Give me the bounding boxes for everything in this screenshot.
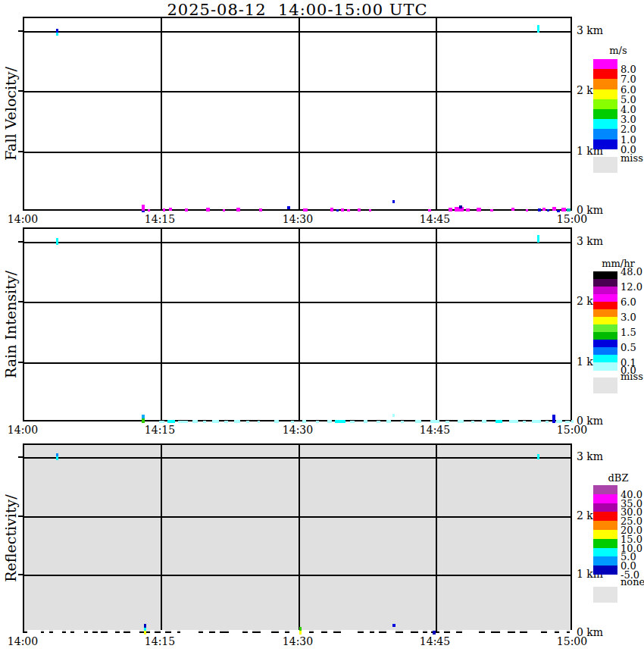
data-point bbox=[229, 630, 242, 634]
legend-color-block bbox=[593, 294, 617, 302]
legend-unit-fall-velocity: m/s bbox=[592, 45, 644, 56]
data-point bbox=[203, 421, 206, 423]
data-point bbox=[445, 421, 449, 423]
gridline-vertical bbox=[299, 229, 300, 420]
legend-scale-label: 1.5 bbox=[621, 327, 636, 338]
data-point bbox=[374, 630, 379, 634]
data-point bbox=[556, 420, 562, 423]
data-point bbox=[203, 630, 209, 634]
data-point bbox=[377, 421, 380, 423]
data-point bbox=[56, 456, 58, 460]
data-point bbox=[364, 420, 367, 423]
gridline-horizontal bbox=[24, 575, 571, 576]
data-point bbox=[428, 209, 431, 212]
legend-color-block bbox=[593, 317, 617, 325]
data-point bbox=[418, 630, 423, 634]
gridline-horizontal bbox=[24, 362, 571, 364]
data-point bbox=[537, 25, 539, 33]
gridline-horizontal bbox=[24, 457, 571, 459]
data-point bbox=[130, 630, 139, 634]
data-point bbox=[302, 420, 306, 423]
y-axis-tick bbox=[18, 515, 23, 517]
data-point bbox=[537, 454, 539, 459]
data-point bbox=[392, 414, 395, 417]
gridline-vertical bbox=[436, 229, 437, 420]
data-point bbox=[180, 630, 199, 634]
legend-color-block bbox=[593, 556, 617, 566]
legend-color-block bbox=[593, 302, 617, 310]
gridline-vertical bbox=[299, 18, 300, 209]
data-point bbox=[291, 421, 294, 423]
reflectivity-plot bbox=[23, 443, 572, 633]
legend-color-block bbox=[593, 79, 617, 89]
data-point bbox=[466, 208, 470, 212]
data-point bbox=[258, 421, 260, 423]
legend-color-block bbox=[593, 139, 617, 150]
data-point bbox=[547, 630, 555, 634]
data-point bbox=[215, 630, 220, 634]
time-label: 14:00 bbox=[0, 424, 45, 436]
legend-color-block bbox=[593, 59, 617, 70]
data-point bbox=[303, 208, 308, 212]
data-point bbox=[347, 209, 350, 212]
time-label: 14:00 bbox=[0, 213, 45, 225]
y-axis-label-fall-velocity: Fall Velocity/ bbox=[2, 17, 19, 211]
data-point bbox=[234, 420, 240, 423]
data-point bbox=[171, 630, 177, 634]
data-point bbox=[248, 630, 252, 634]
legend-missing-label: miss bbox=[621, 152, 643, 164]
legend-color-block bbox=[593, 362, 617, 371]
data-point bbox=[392, 624, 395, 627]
legend-color-block bbox=[593, 494, 617, 503]
data-point bbox=[336, 209, 339, 212]
legend-color-block bbox=[593, 355, 617, 363]
data-point bbox=[27, 630, 41, 634]
data-point bbox=[542, 208, 546, 211]
data-point bbox=[462, 630, 479, 634]
data-point bbox=[108, 630, 115, 634]
data-point bbox=[364, 630, 370, 634]
data-point bbox=[167, 420, 175, 423]
legend-color-block bbox=[593, 287, 617, 295]
data-point bbox=[159, 421, 164, 423]
data-point bbox=[477, 208, 481, 212]
legend-color-block bbox=[593, 521, 617, 530]
fall-velocity-plot bbox=[23, 17, 572, 211]
data-point bbox=[53, 630, 62, 634]
time-label: 14:30 bbox=[275, 424, 320, 436]
data-point bbox=[490, 209, 493, 212]
data-point bbox=[44, 630, 49, 634]
gridline-vertical bbox=[299, 445, 300, 631]
legend-color-block bbox=[593, 129, 617, 139]
data-point bbox=[537, 235, 539, 243]
data-point bbox=[148, 209, 150, 212]
data-point bbox=[330, 208, 333, 212]
data-point bbox=[169, 208, 172, 211]
data-point bbox=[299, 631, 302, 634]
data-point bbox=[350, 421, 355, 423]
gridline-vertical bbox=[161, 445, 162, 631]
profiler-chart: 2025-08-12 14:00-15:00 UTC Fall Velocity… bbox=[0, 0, 644, 658]
data-point bbox=[66, 630, 70, 634]
data-point bbox=[427, 630, 431, 634]
data-point bbox=[567, 208, 571, 212]
legend-missing-block bbox=[593, 157, 617, 173]
data-point bbox=[458, 420, 464, 423]
gridline-vertical bbox=[436, 445, 437, 631]
data-point bbox=[482, 420, 486, 423]
data-point bbox=[439, 630, 444, 634]
data-point bbox=[150, 630, 155, 634]
data-point bbox=[335, 420, 345, 423]
legend-color-block bbox=[593, 548, 617, 557]
legend-color-block bbox=[593, 566, 617, 575]
data-point bbox=[401, 421, 404, 423]
gridline-horizontal bbox=[24, 516, 571, 518]
time-label: 14:00 bbox=[0, 635, 45, 647]
data-point bbox=[163, 208, 165, 212]
y-axis-tick bbox=[18, 90, 23, 92]
data-point bbox=[570, 630, 573, 634]
data-point bbox=[509, 420, 518, 423]
data-point bbox=[223, 209, 225, 212]
y-axis-label-rain-intensity: Rain Intensity/ bbox=[2, 227, 19, 421]
legend-scale-label: 3.0 bbox=[621, 312, 636, 323]
